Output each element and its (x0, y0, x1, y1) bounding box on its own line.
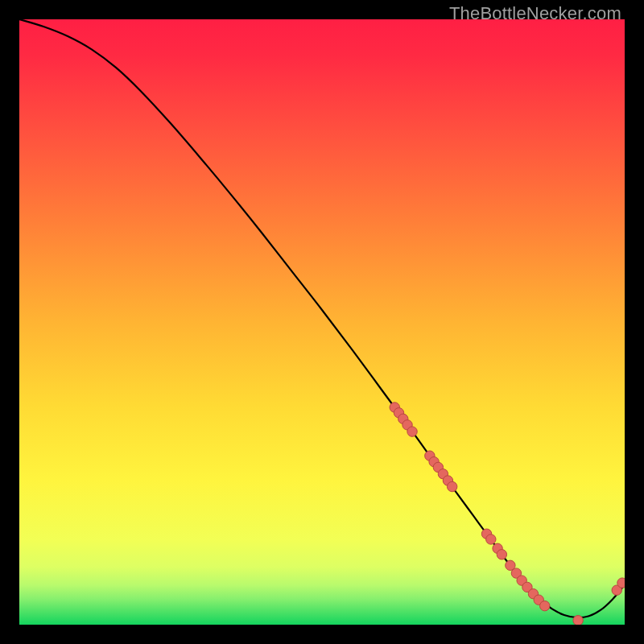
data-point (486, 535, 496, 544)
data-point (573, 616, 583, 625)
data-point (540, 601, 550, 610)
data-point (497, 550, 506, 559)
chart-stage: TheBottleNecker.com (0, 0, 644, 644)
bottleneck-chart (19, 19, 625, 625)
data-point (447, 481, 456, 491)
gradient-background (19, 19, 625, 625)
data-point (617, 578, 625, 588)
data-point (407, 427, 417, 436)
